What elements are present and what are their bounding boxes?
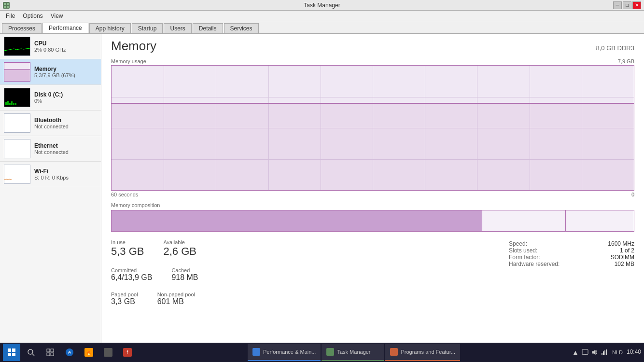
detail-panel: Memory 8,0 GB DDR3 Memory usage 7,9 GB — [101, 34, 644, 343]
graph-label: Memory usage 7,9 GB — [111, 58, 634, 64]
tray-network[interactable] — [581, 348, 589, 356]
usage-line — [112, 103, 634, 104]
ethernet-sublabel: Not connected — [34, 149, 97, 155]
slots-spec: Slots used: 1 of 2 — [509, 247, 634, 254]
taskbar-item-task-manager[interactable]: Task Manager — [322, 344, 384, 361]
tray-arrow[interactable]: ▲ — [572, 348, 579, 356]
title-bar-left — [3, 2, 10, 9]
cached-label: Cached — [171, 267, 198, 273]
hw-reserved-value: 102 MB — [615, 261, 634, 267]
taskbar-open-apps: Performance & Main... Task Manager Progr… — [248, 344, 460, 361]
tab-services[interactable]: Services — [224, 23, 259, 33]
performance-app-icon — [252, 348, 260, 356]
svg-rect-4 — [5, 102, 7, 105]
comp-standby — [482, 210, 566, 231]
tray-language[interactable]: NLD — [612, 349, 623, 355]
clock-time: 10:40 — [627, 348, 641, 356]
tab-startup[interactable]: Startup — [132, 23, 163, 33]
sidebar-item-memory[interactable]: Memory 5,3/7,9 GB (67%) — [0, 59, 101, 85]
speed-label: Speed: — [509, 240, 527, 247]
sidebar-item-disk[interactable]: Disk 0 (C:) 0% — [0, 85, 101, 111]
svg-rect-9 — [15, 103, 16, 105]
comp-in-use — [112, 210, 482, 231]
usage-fill — [112, 104, 634, 190]
hw-reserved-spec: Hardware reserved: 102 MB — [509, 261, 634, 267]
disk-thumbnail — [4, 88, 30, 107]
graph-y-max: 7,9 GB — [618, 58, 634, 64]
memory-thumbnail — [4, 62, 30, 82]
start-button[interactable] — [3, 344, 20, 361]
clock[interactable]: 10:40 — [627, 348, 641, 356]
non-paged-stat: Non-paged pool 601 MB — [157, 291, 195, 310]
ethernet-thumbnail — [4, 139, 30, 158]
wifi-label: Wi-Fi — [34, 168, 97, 175]
performance-app-label: Performance & Main... — [263, 349, 316, 355]
speed-value: 1600 MHz — [608, 240, 634, 247]
detail-subtitle: 8,0 GB DDR3 — [596, 44, 634, 52]
available-label: Available — [163, 239, 196, 245]
taskbar-item-performance[interactable]: Performance & Main... — [248, 344, 321, 361]
svg-rect-31 — [606, 349, 607, 355]
tab-details[interactable]: Details — [193, 23, 223, 33]
start-icon — [8, 348, 15, 356]
memory-graph-section: Memory usage 7,9 GB — [111, 58, 634, 197]
wifi-sublabel: S: 0 R: 0 Kbps — [34, 175, 97, 181]
svg-rect-2 — [4, 6, 6, 8]
composition-bar — [111, 210, 634, 232]
paged-pool-label: Paged pool — [111, 292, 138, 297]
speed-spec: Speed: 1600 MHz — [509, 240, 634, 247]
svg-rect-15 — [47, 353, 50, 356]
bottom-stats: In use 5,3 GB Available 2,6 GB Committed… — [111, 238, 634, 310]
options-menu[interactable]: Options — [19, 12, 46, 20]
cpu-thumbnail — [4, 37, 30, 56]
close-button[interactable]: ✕ — [632, 1, 641, 9]
tab-users[interactable]: Users — [164, 23, 191, 33]
sidebar-item-cpu[interactable]: CPU 2% 0,80 GHz — [0, 34, 101, 59]
tray-volume[interactable] — [591, 348, 599, 356]
taskbar-app-1[interactable]: e — [61, 344, 78, 361]
sidebar-item-ethernet[interactable]: Ethernet Not connected — [0, 136, 101, 162]
taskbar-app-4[interactable]: f — [119, 344, 136, 361]
ethernet-info: Ethernet Not connected — [34, 142, 97, 155]
memory-label: Memory — [34, 66, 97, 72]
svg-rect-6 — [9, 103, 11, 105]
tab-app-history[interactable]: App history — [89, 23, 131, 33]
form-value: SODIMM — [611, 254, 634, 261]
usage-label: Memory usage — [111, 58, 146, 64]
bluetooth-thumbnail — [4, 113, 30, 133]
taskbar-app-2[interactable]: 🔥 — [80, 344, 98, 361]
view-menu[interactable]: View — [47, 12, 67, 20]
tray-icons: ▲ — [572, 348, 608, 356]
svg-rect-16 — [51, 353, 54, 356]
left-stats: In use 5,3 GB Available 2,6 GB Committed… — [111, 238, 509, 310]
taskbar-item-programs[interactable]: Programs and Featur... — [385, 344, 460, 361]
svg-rect-1 — [7, 3, 9, 5]
sidebar: CPU 2% 0,80 GHz Memory 5,3/7,9 GB (67%) — [0, 34, 101, 343]
graph-time: 60 seconds 0 — [111, 192, 634, 197]
sidebar-item-bluetooth[interactable]: Bluetooth Not connected — [0, 111, 101, 136]
tab-processes[interactable]: Processes — [2, 23, 42, 33]
sidebar-item-wifi[interactable]: Wi-Fi S: 0 R: 0 Kbps — [0, 162, 101, 187]
maximize-button[interactable]: □ — [623, 1, 631, 9]
svg-rect-24 — [582, 349, 588, 354]
committed-label: Committed — [111, 267, 152, 273]
committed-stat: Committed 6,4/13,9 GB — [111, 266, 152, 286]
file-menu[interactable]: File — [2, 12, 19, 20]
right-specs: Speed: 1600 MHz Slots used: 1 of 2 Form … — [509, 238, 634, 310]
svg-rect-7 — [11, 101, 13, 105]
taskbar-app-3[interactable] — [99, 344, 117, 361]
taskbar-task-view[interactable] — [42, 344, 59, 361]
form-label: Form factor: — [509, 254, 540, 261]
ethernet-label: Ethernet — [34, 142, 97, 149]
svg-marker-27 — [592, 350, 595, 355]
svg-rect-0 — [4, 3, 6, 5]
available-value: 2,6 GB — [163, 245, 196, 258]
tab-performance[interactable]: Performance — [42, 23, 88, 33]
taskbar-search[interactable] — [22, 344, 40, 361]
tray-wifi-signal[interactable] — [601, 348, 608, 356]
disk-sublabel: 0% — [34, 98, 97, 104]
minimize-button[interactable]: ─ — [613, 1, 622, 9]
svg-point-11 — [28, 349, 33, 354]
svg-rect-21 — [104, 348, 112, 357]
disk-label: Disk 0 (C:) — [34, 91, 97, 98]
